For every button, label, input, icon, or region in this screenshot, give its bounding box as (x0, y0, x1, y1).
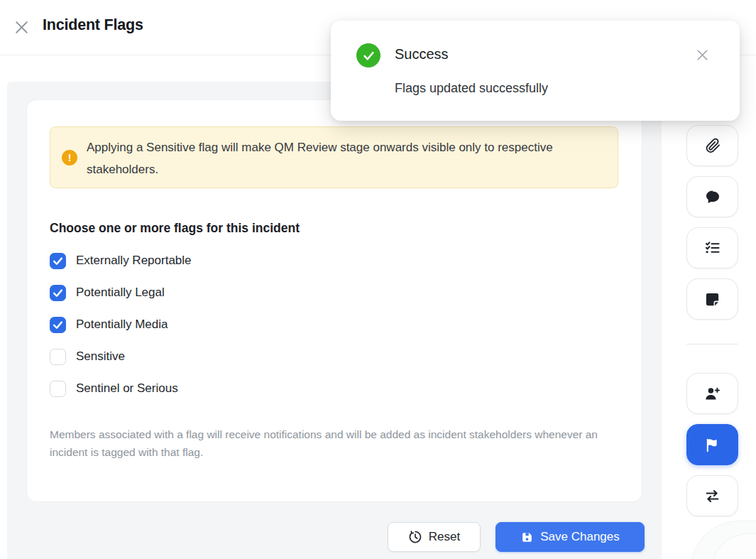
sidebar-flags-button[interactable] (686, 424, 738, 465)
sidebar-add-stakeholder-button[interactable] (686, 373, 738, 414)
flag-row-externally-reportable[interactable]: Externally Reportable (50, 251, 192, 270)
sticky-note-icon (704, 291, 721, 308)
checkbox[interactable] (50, 253, 66, 269)
chat-bubble-icon (704, 188, 721, 205)
success-toast: Success Flags updated successfully (331, 21, 740, 121)
warning-exclamation-icon: ! (62, 150, 77, 165)
flag-label: Potentially Media (76, 318, 168, 332)
flag-row-sentinel-or-serious[interactable]: Sentinel or Serious (50, 379, 178, 398)
checkbox[interactable] (50, 381, 66, 397)
flag-row-potentially-media[interactable]: Potentially Media (50, 315, 168, 334)
checkbox[interactable] (50, 349, 66, 365)
close-dialog-button[interactable] (9, 14, 34, 40)
flag-icon (704, 437, 721, 453)
close-icon (694, 47, 711, 63)
sidebar-transfer-button[interactable] (686, 475, 738, 516)
save-changes-button[interactable]: Save Changes (495, 522, 645, 552)
sidebar-notes-button[interactable] (686, 278, 738, 320)
flag-row-potentially-legal[interactable]: Potentially Legal (50, 283, 165, 302)
flag-label: Potentially Legal (76, 286, 165, 300)
flag-label: Sensitive (76, 349, 125, 364)
save-changes-label: Save Changes (540, 530, 620, 544)
warning-text: Applying a Sensitive flag will make QM R… (87, 136, 612, 180)
checklist-icon (704, 239, 721, 256)
paperclip-icon (704, 137, 721, 154)
save-disk-icon (520, 531, 534, 544)
flag-label: Externally Reportable (76, 254, 192, 268)
history-icon (408, 530, 422, 544)
close-icon (12, 18, 31, 37)
swap-arrows-icon (703, 487, 721, 505)
toast-message: Flags updated successfully (395, 81, 548, 96)
person-add-icon (703, 385, 721, 403)
sidebar-attachments-button[interactable] (686, 125, 738, 166)
flag-label: Sentinel or Serious (76, 381, 178, 396)
sidebar-comments-button[interactable] (686, 176, 738, 217)
sidebar-divider (686, 344, 738, 344)
page-title: Incident Flags (43, 16, 143, 34)
success-check-icon (356, 43, 380, 67)
section-heading: Choose one or more flags for this incide… (50, 221, 300, 236)
flag-row-sensitive[interactable]: Sensitive (50, 347, 125, 366)
toast-close-button[interactable] (688, 40, 716, 69)
reset-button[interactable]: Reset (388, 522, 481, 552)
reset-label: Reset (429, 530, 460, 544)
checkbox[interactable] (50, 285, 66, 301)
incident-flags-dialog: Incident Flags ! Applying a Sensitive fl… (0, 0, 756, 559)
toast-title: Success (395, 46, 449, 63)
checkbox[interactable] (50, 317, 66, 333)
sidebar-checklist-button[interactable] (686, 227, 738, 268)
flags-note: Members associated with a flag will rece… (50, 425, 618, 461)
